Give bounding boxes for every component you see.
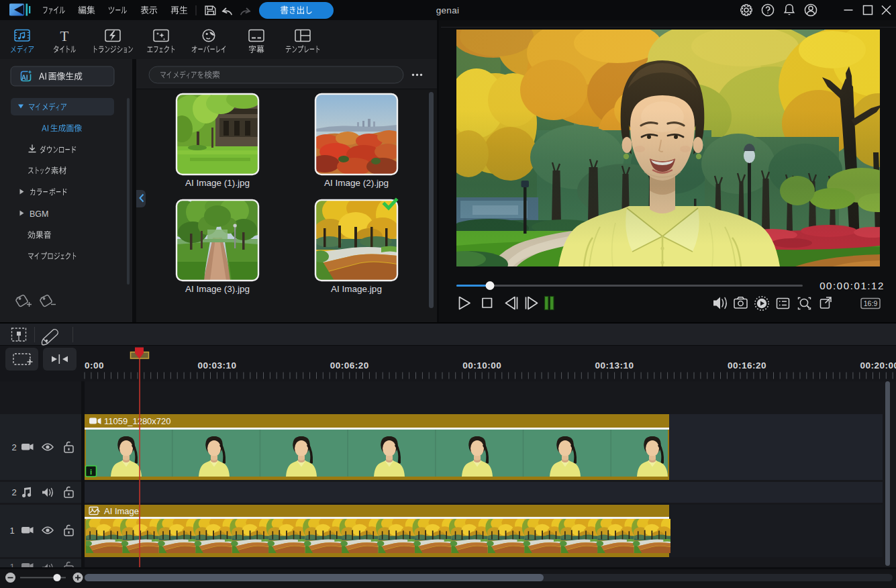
svg-text:00:13:10: 00:13:10 [595,360,634,371]
svg-text:00:06:20: 00:06:20 [330,360,369,371]
svg-text:AI Image (1).jpg: AI Image (1).jpg [185,178,250,188]
svg-text:00:00:01:12: 00:00:01:12 [819,280,885,291]
svg-text:T: T [60,28,69,44]
svg-text:AI Image (2).jpg: AI Image (2).jpg [324,178,389,188]
svg-text:AI Image: AI Image [104,506,139,516]
svg-text:BGM: BGM [30,209,48,219]
svg-text:2: 2 [11,487,16,497]
svg-text:AI Image (3).jpg: AI Image (3).jpg [185,284,250,294]
svg-text:00:20:00: 00:20:00 [860,360,896,371]
svg-text:16:9: 16:9 [864,299,878,307]
svg-text:0:00: 0:00 [85,360,104,371]
svg-text:11059_1280x720: 11059_1280x720 [104,416,171,426]
svg-text:00:10:00: 00:10:00 [462,360,501,371]
svg-text:00:16:20: 00:16:20 [728,360,766,371]
svg-text:1: 1 [9,526,14,536]
svg-text:i: i [90,468,92,476]
svg-text:AI Image.jpg: AI Image.jpg [331,284,382,294]
svg-text:genai: genai [436,5,460,15]
svg-text:2: 2 [11,442,16,452]
svg-text:00:03:10: 00:03:10 [197,360,236,371]
